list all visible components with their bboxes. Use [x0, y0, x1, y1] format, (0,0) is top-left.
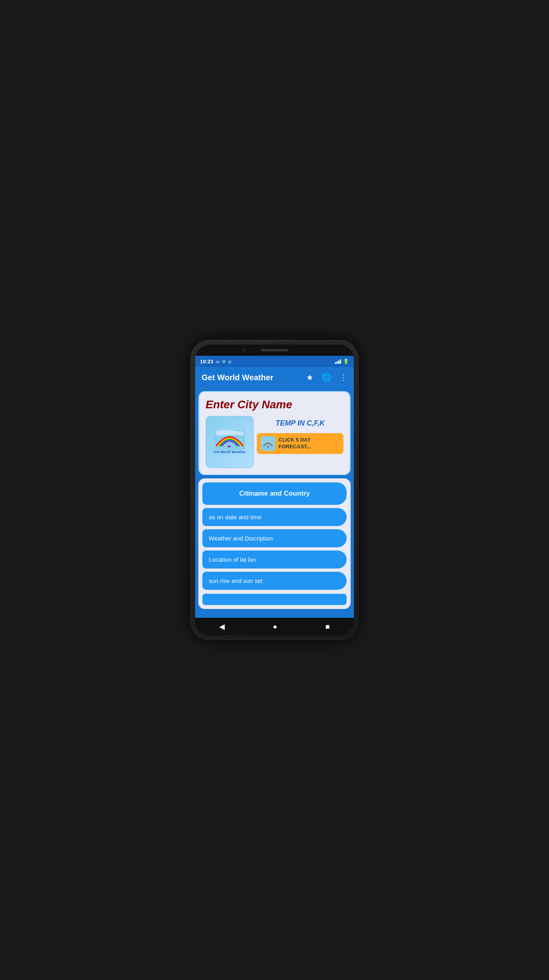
promo-right: TEMP IN C,F,K ☂ — [257, 416, 343, 468]
sun-row[interactable]: sun rise and sun set — [202, 572, 347, 590]
forecast-thumb-icon: ☂ — [261, 436, 275, 451]
rainbow-art: ☂ — [214, 430, 246, 450]
forecast-label: CLICK 5 DAY FORECAST... — [279, 437, 339, 450]
bar-3 — [338, 361, 339, 364]
weather-promo-section: ☂ Get World Weather TEMP IN C,F,K — [206, 416, 343, 468]
speaker-grille — [260, 349, 289, 351]
date-time-label: as on date and time — [209, 514, 262, 520]
phone-screen: 10:23 🗂 ⚙ ◎ 🔋 Get World Weather ★ 🌐 — [195, 345, 354, 635]
nav-bar: ◀ ● ■ — [195, 618, 354, 635]
svg-text:☂: ☂ — [227, 444, 232, 450]
city-country-label: Citiname and Country — [239, 490, 310, 497]
weather-desc-label: Weather and Discription — [209, 535, 273, 542]
app-content: Enter City Name — [195, 388, 354, 618]
city-country-row[interactable]: Citiname and Country — [202, 482, 347, 505]
back-button[interactable]: ◀ — [211, 619, 233, 634]
sun-label: sun rise and sun set — [209, 577, 262, 584]
lat-lan-label: Location of lat lan — [209, 556, 256, 563]
app-logo-box: ☂ Get World Weather — [206, 416, 254, 468]
status-icon-a: 🗂 — [216, 359, 220, 364]
menu-icon[interactable]: ⋮ — [339, 373, 347, 382]
info-section: Citiname and Country as on date and time… — [198, 478, 351, 609]
app-bar: Get World Weather ★ 🌐 ⋮ — [195, 367, 354, 388]
status-time: 10:23 — [200, 359, 213, 365]
bottom-spacer — [202, 594, 347, 605]
home-button[interactable]: ● — [265, 619, 285, 634]
phone-device: 10:23 🗂 ⚙ ◎ 🔋 Get World Weather ★ 🌐 — [190, 340, 359, 640]
forecast-button[interactable]: ☂ CLICK 5 DAY FORECAST... — [257, 433, 343, 454]
app-bar-actions: ★ 🌐 ⋮ — [306, 373, 347, 382]
app-title: Get World Weather — [202, 373, 306, 382]
recent-button[interactable]: ■ — [317, 619, 338, 634]
status-right: 🔋 — [335, 359, 349, 364]
phone-top-notch — [195, 345, 354, 356]
lat-lan-row[interactable]: Location of lat lan — [202, 550, 347, 569]
battery-icon: 🔋 — [343, 359, 349, 364]
city-name-card: Enter City Name — [198, 391, 351, 475]
camera-dot — [242, 349, 246, 352]
svg-text:☂: ☂ — [266, 446, 269, 450]
weather-desc-row[interactable]: Weather and Discription — [202, 529, 347, 547]
date-time-row[interactable]: as on date and time — [202, 508, 347, 526]
signal-bars — [335, 359, 341, 364]
status-icon-settings: ⚙ — [222, 359, 226, 364]
status-icon-signal: ◎ — [228, 359, 232, 364]
bar-1 — [335, 362, 336, 364]
app-logo-label: Get World Weather — [214, 450, 246, 454]
globe-icon[interactable]: 🌐 — [321, 373, 331, 382]
status-bar: 10:23 🗂 ⚙ ◎ 🔋 — [195, 356, 354, 367]
temp-label: TEMP IN C,F,K — [276, 419, 325, 427]
temp-header: TEMP IN C,F,K — [257, 416, 343, 431]
bar-4 — [340, 359, 341, 364]
star-icon[interactable]: ★ — [306, 373, 313, 382]
enter-city-title[interactable]: Enter City Name — [206, 398, 343, 411]
status-left: 10:23 🗂 ⚙ ◎ — [200, 359, 232, 365]
bar-2 — [337, 361, 338, 364]
svg-point-5 — [237, 431, 244, 436]
